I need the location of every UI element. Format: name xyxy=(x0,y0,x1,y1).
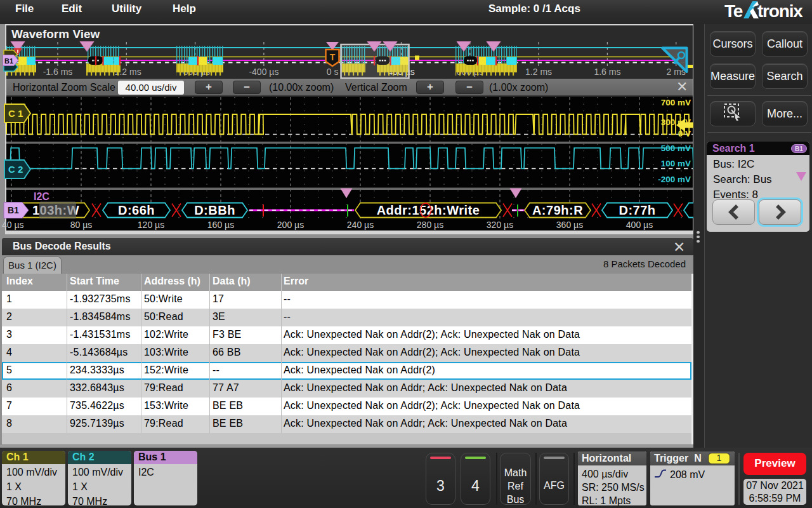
svg-text:D:BBh: D:BBh xyxy=(194,203,235,217)
svg-text:40 µs: 40 µs xyxy=(2,220,24,230)
svg-text:Te: Te xyxy=(724,1,743,21)
svg-text:160 µs: 160 µs xyxy=(207,220,234,230)
svg-text:240 µs: 240 µs xyxy=(347,220,374,230)
svg-text:-200 mV: -200 mV xyxy=(658,175,691,184)
svg-text:C 2: C 2 xyxy=(8,164,23,175)
svg-text:B1: B1 xyxy=(8,205,19,215)
svg-text:-1.6 ms: -1.6 ms xyxy=(43,67,73,77)
svg-text:B1: B1 xyxy=(4,57,13,65)
svg-text:D:77h: D:77h xyxy=(619,203,655,217)
svg-text:-400 µs: -400 µs xyxy=(249,67,278,77)
svg-text:200 µs: 200 µs xyxy=(277,220,304,230)
svg-text:1.6 ms: 1.6 ms xyxy=(594,67,620,77)
svg-text:A:79h:R: A:79h:R xyxy=(532,203,583,217)
svg-text:100 mV: 100 mV xyxy=(661,159,691,168)
svg-text:C 1: C 1 xyxy=(8,108,23,119)
svg-text:T: T xyxy=(330,52,336,62)
svg-text:1.2 ms: 1.2 ms xyxy=(525,67,552,77)
svg-text:500 mV: 500 mV xyxy=(661,144,691,153)
svg-text:700 mV: 700 mV xyxy=(661,98,691,107)
svg-text:I2C: I2C xyxy=(34,191,49,202)
svg-text:360 µs: 360 µs xyxy=(556,220,583,230)
svg-text:Addr:152h:Write: Addr:152h:Write xyxy=(377,203,480,217)
svg-text:280 µs: 280 µs xyxy=(417,220,443,230)
svg-text:tronix: tronix xyxy=(757,1,803,21)
svg-text:80 µs: 80 µs xyxy=(70,220,93,230)
svg-text:120 µs: 120 µs xyxy=(138,220,164,230)
svg-text:400 µs: 400 µs xyxy=(626,220,653,230)
svg-text:D:66h: D:66h xyxy=(118,203,155,217)
svg-text:320 µs: 320 µs xyxy=(487,220,513,230)
svg-text:0 s: 0 s xyxy=(327,67,339,77)
